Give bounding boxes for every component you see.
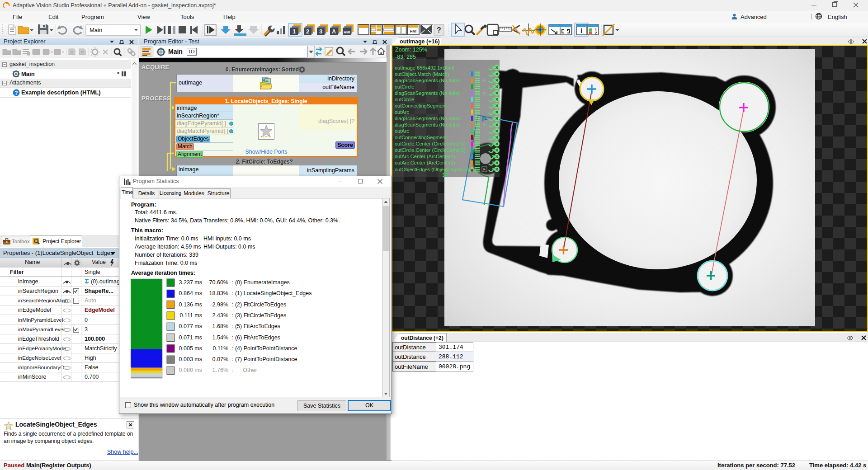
svg-text:: (5) FitArcToEdges: : (5) FitArcToEdges <box>232 323 280 329</box>
svg-text:1: 1 <box>292 28 296 35</box>
svg-text:outArc.Center (ArcCenter1): outArc.Center (ArcCenter1) <box>395 154 455 159</box>
svg-text:2.98%: 2.98% <box>212 301 228 308</box>
svg-text:Zoom: 125%: Zoom: 125% <box>395 47 427 53</box>
svg-text:: (3) FitCircleToEdges: : (3) FitCircleToEdges <box>232 312 286 319</box>
svg-text:0.080 ms: 0.080 ms <box>179 367 202 373</box>
svg-text:70.60%: 70.60% <box>209 279 228 286</box>
svg-text:outObjectEdges (ObjectEdges) [: outObjectEdges (ObjectEdges) [3] <box>395 167 470 172</box>
svg-text:i: i <box>580 27 582 34</box>
svg-text:0.07%: 0.07% <box>212 356 228 362</box>
svg-text:0.071 ms: 0.071 ms <box>179 334 202 341</box>
svg-text:2: 2 <box>594 31 597 35</box>
svg-text:A: A <box>332 28 336 35</box>
svg-text:outCircle: outCircle <box>395 97 414 102</box>
svg-text:0.11%: 0.11% <box>212 345 228 352</box>
svg-text:diagScanSegments (No data): diagScanSegments (No data) <box>395 122 460 127</box>
svg-text:2: 2 <box>306 28 309 35</box>
svg-text:: (6) FitArcToEdges: : (6) FitArcToEdges <box>232 334 280 341</box>
svg-text:outArc: outArc <box>395 128 409 134</box>
svg-text:3.237 ms: 3.237 ms <box>179 279 202 286</box>
svg-text:outCircle.Center (CircleCenter: outCircle.Center (CircleCenter1) <box>395 141 466 146</box>
svg-text:Main: Main <box>90 27 102 33</box>
svg-text:?: ? <box>14 90 18 96</box>
svg-text:3: 3 <box>319 28 322 35</box>
svg-text:diagScanSegments (No data): diagScanSegments (No data) <box>395 78 460 83</box>
svg-text:outImage 656x492 1xUInt8: outImage 656x492 1xUInt8 <box>395 65 454 70</box>
svg-text:: (2) FitCircleToEdges: : (2) FitCircleToEdges <box>232 301 286 308</box>
svg-text:: Other: : Other <box>232 367 257 373</box>
svg-text:outConnectingSegment: outConnectingSegment <box>395 135 447 140</box>
svg-text:-83, 285: -83, 285 <box>395 54 416 60</box>
svg-text:outArc: outArc <box>395 109 409 115</box>
svg-text:outObject.Match (Match): outObject.Match (Match) <box>395 71 449 77</box>
svg-text:18.83%: 18.83% <box>209 290 228 296</box>
svg-text:0.136 ms: 0.136 ms <box>179 301 202 308</box>
svg-text:0.077 ms: 0.077 ms <box>179 323 202 329</box>
svg-text:outArc.Center (ArcCenter2): outArc.Center (ArcCenter2) <box>395 160 455 165</box>
svg-text:0.111 ms: 0.111 ms <box>179 312 202 319</box>
svg-text:outCircle: outCircle <box>395 84 414 89</box>
svg-text:: (4) PointToPointDistance: : (4) PointToPointDistance <box>232 345 297 352</box>
svg-text:diagScanSegments (No data): diagScanSegments (No data) <box>395 90 460 96</box>
svg-text:0.003 ms: 0.003 ms <box>179 356 202 362</box>
svg-text:: (1) LocateSingleObject_Edges: : (1) LocateSingleObject_Edges <box>232 290 312 296</box>
svg-text:HMI: HMI <box>344 30 350 34</box>
svg-text:: (0) EnumerateImages: : (0) EnumerateImages <box>232 279 290 286</box>
svg-text:1.68%: 1.68% <box>212 323 228 329</box>
svg-text:1.54%: 1.54% <box>212 334 228 341</box>
svg-text:diagScanSegments (No data): diagScanSegments (No data) <box>395 116 460 121</box>
svg-text:0.864 ms: 0.864 ms <box>179 290 202 296</box>
svg-text:0.005 ms: 0.005 ms <box>179 345 202 352</box>
svg-text:?: ? <box>437 26 441 34</box>
svg-text:1.76%: 1.76% <box>212 367 228 373</box>
svg-text:: (7) PointToPointDistance: : (7) PointToPointDistance <box>232 356 297 362</box>
svg-text:2.43%: 2.43% <box>212 312 228 319</box>
svg-text:outConnectingSegment: outConnectingSegment <box>395 103 447 108</box>
svg-text:HMI: HMI <box>410 29 417 33</box>
svg-text:outCircle.Center (CircleCenter: outCircle.Center (CircleCenter2) <box>395 147 466 153</box>
